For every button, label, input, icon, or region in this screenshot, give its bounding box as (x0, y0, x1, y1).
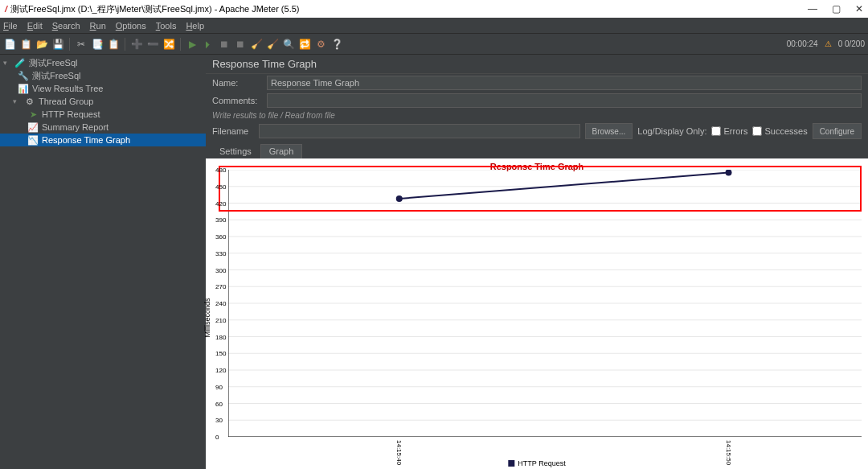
menu-options[interactable]: Options (116, 21, 146, 31)
templates-icon[interactable]: 📋 (19, 38, 32, 51)
chart-plot (228, 170, 862, 437)
y-tick: 210 (215, 316, 226, 323)
cut-icon[interactable]: ✂ (75, 38, 88, 51)
menubar: File Edit Search Run Options Tools Help (0, 18, 868, 34)
toolbar: 📄 📋 📂 💾 ✂ 📑 📋 ➕ ➖ 🔀 ▶ ⏵ ⏹ ⏹ 🧹 🧹 🔍 🔁 ⚙ ❔ … (0, 34, 868, 55)
legend-swatch (508, 460, 514, 467)
report-icon: 📈 (27, 122, 39, 133)
y-tick: 90 (215, 383, 223, 390)
tree-label: 测试FreeSql (32, 70, 81, 82)
search-icon[interactable]: 🔍 (282, 38, 295, 51)
chart-legend: HTTP Request (508, 459, 565, 467)
menu-edit[interactable]: Edit (27, 21, 43, 31)
warning-icon[interactable]: ⚠ (825, 39, 832, 48)
maximize-button[interactable]: ▢ (832, 3, 841, 14)
save-icon[interactable]: 💾 (51, 38, 64, 51)
close-button[interactable]: ✕ (855, 3, 863, 14)
test-plan-tree[interactable]: ▾ 🧪 测试FreeSql 🔧 测试FreeSql 📊 View Results… (0, 55, 206, 469)
tree-item[interactable]: 📊 View Results Tree (0, 82, 206, 95)
collapse-icon[interactable]: ➖ (146, 38, 159, 51)
shutdown-icon[interactable]: ⏹ (234, 38, 247, 51)
name-label: Name: (212, 78, 260, 88)
app-icon: / (5, 4, 7, 14)
clear-icon[interactable]: 🧹 (250, 38, 263, 51)
status-time: 00:00:24 (787, 39, 818, 48)
function-icon[interactable]: ⚙ (314, 38, 327, 51)
wrench-icon: 🔧 (18, 71, 29, 81)
comments-input[interactable] (267, 93, 862, 108)
menu-file[interactable]: File (3, 21, 18, 31)
paste-icon[interactable]: 📋 (107, 38, 120, 51)
filename-input[interactable] (259, 124, 580, 138)
open-icon[interactable]: 📂 (35, 38, 48, 51)
toggle-icon[interactable]: ▾ (13, 97, 21, 105)
x-tick: 14:15:50 (725, 440, 732, 465)
y-tick: 0 (215, 434, 219, 441)
filename-label: Filename (212, 126, 254, 136)
file-section-label: Write results to file / Read from file (206, 109, 868, 121)
status-counter: 0 0/200 (838, 39, 865, 48)
stop-icon[interactable]: ⏹ (218, 38, 231, 51)
tree-label: Thread Group (39, 97, 93, 106)
y-tick: 480 (215, 167, 226, 174)
panel-title: Response Time Graph (206, 55, 868, 74)
window-title: 测试FreeSql.jmx (D:\_程序\jMeter\测试FreeSql.j… (10, 3, 299, 15)
tree-label: 测试FreeSql (29, 57, 78, 69)
chart-area: Response Time Graph Milliseconds HTTP Re… (206, 158, 868, 469)
graph-icon: 📉 (27, 135, 39, 146)
toggle-icon[interactable]: ▾ (3, 59, 11, 67)
browse-button[interactable]: Browse... (585, 123, 633, 139)
y-axis-label: Milliseconds (203, 298, 211, 337)
y-tick: 450 (215, 183, 226, 190)
y-tick: 180 (215, 333, 226, 340)
window-titlebar: / 测试FreeSql.jmx (D:\_程序\jMeter\测试FreeSql… (0, 0, 868, 18)
svg-point-21 (726, 170, 732, 175)
y-tick: 30 (215, 417, 223, 424)
successes-checkbox[interactable]: Successes (752, 126, 807, 136)
tree-root[interactable]: ▾ 🧪 测试FreeSql (0, 56, 206, 69)
y-tick: 330 (215, 249, 226, 257)
expand-icon[interactable]: ➕ (130, 38, 143, 51)
y-tick: 360 (215, 233, 226, 241)
new-icon[interactable]: 📄 (3, 38, 16, 51)
menu-search[interactable]: Search (52, 21, 80, 31)
y-tick: 300 (215, 266, 226, 274)
comments-label: Comments: (212, 96, 260, 105)
testplan-icon: 🧪 (14, 58, 26, 68)
tree-label: Response Time Graph (42, 135, 130, 145)
menu-tools[interactable]: Tools (156, 21, 177, 31)
tree-thread-group[interactable]: ▾ ⚙ Thread Group (0, 95, 206, 108)
help-icon[interactable]: ❔ (330, 38, 343, 51)
y-tick: 150 (215, 350, 226, 357)
tree-item[interactable]: 📈 Summary Report (0, 121, 206, 134)
tab-settings[interactable]: Settings (211, 144, 260, 158)
y-tick: 120 (215, 367, 226, 374)
toggle-icon[interactable]: 🔀 (162, 38, 175, 51)
logdisplay-label: Log/Display Only: (637, 126, 706, 136)
tree-label: Summary Report (42, 122, 108, 132)
tree-item[interactable]: ➤ HTTP Request (0, 108, 206, 121)
sampler-icon: ➤ (27, 109, 39, 120)
start-icon[interactable]: ▶ (186, 38, 199, 51)
copy-icon[interactable]: 📑 (91, 38, 104, 51)
configure-button[interactable]: Configure (813, 123, 862, 139)
tree-item-selected[interactable]: 📉 Response Time Graph (0, 134, 206, 146)
clearall-icon[interactable]: 🧹 (266, 38, 279, 51)
start-notimers-icon[interactable]: ⏵ (202, 38, 215, 51)
legend-label: HTTP Request (518, 459, 565, 467)
gear-icon: ⚙ (24, 97, 35, 107)
x-tick: 14:15:40 (395, 440, 403, 465)
y-tick: 390 (215, 216, 226, 224)
errors-checkbox[interactable]: Errors (711, 126, 747, 136)
tab-graph[interactable]: Graph (260, 144, 303, 158)
y-tick: 240 (215, 300, 226, 307)
tree-item[interactable]: 🔧 测试FreeSql (0, 69, 206, 82)
menu-help[interactable]: Help (186, 21, 204, 31)
name-input[interactable] (267, 76, 862, 90)
y-tick: 420 (215, 200, 226, 207)
tree-label: HTTP Request (42, 109, 100, 119)
svg-point-20 (396, 195, 403, 202)
minimize-button[interactable]: — (808, 3, 817, 14)
menu-run[interactable]: Run (90, 21, 106, 31)
reset-search-icon[interactable]: 🔁 (298, 38, 311, 51)
